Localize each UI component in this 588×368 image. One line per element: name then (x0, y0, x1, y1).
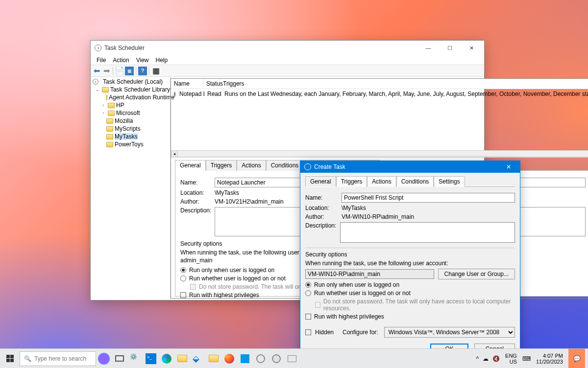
explorer-icon[interactable] (174, 349, 190, 368)
forward-icon[interactable]: ➡ (102, 67, 111, 75)
refresh-icon[interactable]: ▦ (125, 67, 134, 75)
dlg-check-no-store: Do not store password. The task will onl… (305, 298, 515, 312)
author-label: Author: (180, 198, 211, 205)
menu-file[interactable]: File (94, 56, 109, 65)
dlg-user-box: VM-WIN10-RP\admin_main (305, 269, 434, 279)
tab-conditions[interactable]: Conditions (266, 160, 304, 171)
dlg-radio-logged-on[interactable]: Run only when user is logged on (305, 281, 515, 288)
dialog-icon (304, 163, 311, 170)
dlg-tab-triggers[interactable]: Triggers (336, 176, 368, 187)
dlg-tab-actions[interactable]: Actions (367, 176, 396, 187)
extra-icon[interactable]: ▦ (151, 67, 160, 75)
minimize-button[interactable]: — (417, 41, 439, 55)
col-name[interactable]: Name (171, 79, 203, 89)
taskbar[interactable]: 🔍 Type here to search ⚙️ >_ ⬙ ^ ☁ 🔇 ENGU… (0, 348, 588, 368)
maximize-button[interactable]: ☐ (439, 41, 461, 55)
search-icon: 🔍 (24, 355, 31, 362)
dlg-tab-conditions[interactable]: Conditions (396, 176, 434, 187)
dialog-tabs: General Triggers Actions Conditions Sett… (305, 176, 515, 187)
firefox-icon[interactable] (221, 349, 237, 368)
help-icon[interactable]: ? (138, 67, 147, 75)
tree-library[interactable]: ⌄Task Scheduler Library (91, 86, 170, 93)
search-input[interactable]: 🔍 Type here to search (20, 351, 96, 366)
create-task-dialog: Create Task ✕ General Triggers Actions C… (300, 161, 520, 360)
cortana-icon[interactable] (96, 349, 112, 368)
table-row[interactable]: Notepad La... Ready Runs on the Last Wed… (171, 89, 588, 99)
location-value: \MyTasks (215, 189, 239, 196)
dlg-check-hidden[interactable] (305, 329, 311, 335)
dlg-running-text: When running the task, use the following… (305, 260, 515, 267)
edge-icon[interactable] (159, 349, 174, 368)
dlg-tab-settings[interactable]: Settings (434, 176, 465, 187)
vscode-icon[interactable]: ⬙ (190, 349, 206, 368)
dlg-location-value: \MyTasks (342, 205, 366, 211)
window-title: Task Scheduler (104, 45, 145, 51)
volume-icon[interactable]: 🔇 (492, 355, 500, 362)
description-label: Description: (180, 207, 211, 214)
dlg-configure-combo[interactable]: Windows Vista™, Windows Server™ 2008 (384, 327, 515, 338)
tree-folder[interactable]: MyScripts (91, 125, 170, 133)
tab-general[interactable]: General (175, 160, 206, 171)
app-icon[interactable] (284, 349, 300, 368)
tree-folder[interactable]: ›Microsoft (91, 109, 170, 117)
search-placeholder: Type here to search (34, 355, 86, 362)
dlg-description-label: Description: (305, 222, 336, 229)
start-button[interactable] (0, 349, 20, 368)
clock[interactable]: 4:07 PM11/20/2023 (535, 353, 564, 365)
tree-folder[interactable]: Agent Activation Runtime (91, 93, 170, 101)
titlebar[interactable]: Task Scheduler — ☐ ✕ (91, 41, 484, 55)
tree-pane[interactable]: Task Scheduler (Local) ⌄Task Scheduler L… (91, 77, 171, 300)
dialog-title: Create Task (314, 163, 345, 170)
menu-action[interactable]: Action (110, 56, 132, 65)
change-user-button[interactable]: Change User or Group... (438, 269, 515, 279)
notification-icon[interactable]: 💬 (568, 349, 585, 368)
menu-view[interactable]: View (133, 56, 152, 65)
dialog-close-button[interactable]: ✕ (501, 163, 516, 170)
app-icon (95, 45, 101, 51)
terminal-icon[interactable]: >_ (143, 349, 159, 368)
name-label: Name: (180, 179, 211, 186)
dlg-location-label: Location: (305, 205, 338, 211)
tree-folder[interactable]: ›HP (91, 101, 170, 109)
dlg-check-highest[interactable]: Run with highest privileges (305, 313, 515, 320)
tree-root[interactable]: Task Scheduler (Local) (91, 78, 170, 86)
clock-icon[interactable] (253, 349, 269, 368)
task-list[interactable]: Name Status Triggers Notepad La... Ready… (171, 79, 588, 157)
dlg-name-input[interactable] (342, 193, 515, 203)
menu-help[interactable]: Help (153, 56, 171, 65)
folder-icon[interactable] (206, 349, 221, 368)
scheduler-icon[interactable] (269, 349, 284, 368)
horizontal-scrollbar[interactable]: ◂▸ (171, 150, 588, 157)
dlg-configure-label: Configure for: (343, 329, 378, 336)
settings-icon[interactable]: ⚙️ (127, 349, 143, 368)
onedrive-icon[interactable]: ☁ (483, 355, 489, 362)
tree-folder[interactable]: Mozilla (91, 117, 170, 125)
scroll-left-icon: ◂ (171, 150, 178, 157)
tab-triggers[interactable]: Triggers (206, 160, 237, 171)
col-status[interactable]: Status (203, 79, 220, 89)
system-tray[interactable]: ^ ☁ 🔇 ENGUS ⌨ 4:07 PM11/20/2023 💬 (476, 349, 588, 368)
task-view-icon[interactable] (112, 349, 127, 368)
dlg-name-label: Name: (305, 194, 338, 201)
tree-folder-selected[interactable]: MyTasks (91, 133, 170, 140)
photos-icon[interactable] (237, 349, 253, 368)
keyboard-icon[interactable]: ⌨ (522, 355, 531, 362)
tree-folder[interactable]: PowerToys (91, 140, 170, 148)
tab-actions[interactable]: Actions (237, 160, 266, 171)
dlg-description-input[interactable] (340, 222, 515, 243)
dlg-author-label: Author: (305, 213, 338, 220)
dialog-titlebar[interactable]: Create Task ✕ (300, 161, 520, 173)
toolbar: ⬅ ➡ 📄 ▦ ? ▦ (91, 65, 484, 77)
col-triggers[interactable]: Triggers (220, 79, 588, 89)
scope-icon[interactable]: 📄 (115, 67, 124, 75)
dlg-radio-logged-on-or-not[interactable]: Run whether user is logged on or not (305, 290, 515, 297)
language-indicator[interactable]: ENGUS (504, 353, 518, 365)
author-value: VM-10V21H2\admin_main (215, 198, 284, 205)
tray-chevron-icon[interactable]: ^ (476, 355, 479, 362)
dlg-tab-general[interactable]: General (305, 176, 336, 187)
dlg-security-header: Security options (305, 251, 515, 258)
list-header[interactable]: Name Status Triggers (171, 79, 588, 89)
location-label: Location: (180, 189, 211, 196)
back-icon[interactable]: ⬅ (92, 67, 101, 75)
close-button[interactable]: ✕ (461, 41, 482, 55)
